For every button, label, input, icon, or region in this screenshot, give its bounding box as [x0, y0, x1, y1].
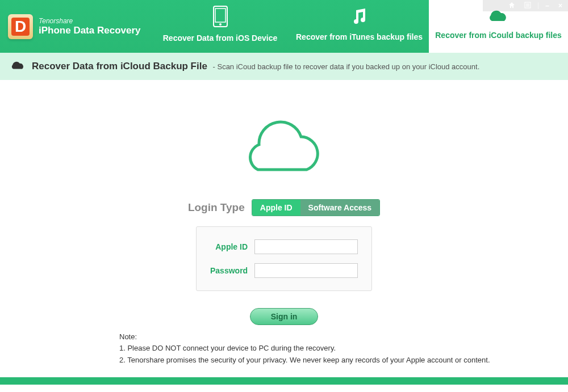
note-line2: 2. Tenorshare promises the security of y…	[119, 355, 490, 366]
subheader: Recover Data from iCloud Backup File - S…	[0, 53, 568, 80]
music-note-icon	[350, 7, 369, 28]
company-name: Tenorshare	[39, 17, 141, 25]
password-label: Password	[210, 266, 254, 275]
note-block: Note: 1. Please DO NOT connect your devi…	[119, 331, 490, 366]
main-content: Login Type Apple ID Software Access Appl…	[0, 80, 568, 385]
note-title: Note:	[119, 331, 490, 343]
note-line1: 1. Please DO NOT connect your device to …	[119, 343, 490, 355]
bottom-bar	[0, 377, 568, 385]
app-logo: D	[8, 14, 33, 39]
phone-icon	[213, 6, 228, 29]
subheader-title: Recover Data from iCloud Backup File	[32, 61, 207, 72]
list-icon[interactable]	[522, 2, 533, 10]
svg-rect-1	[215, 9, 225, 22]
tab-recover-itunes[interactable]: Recover from iTunes backup files	[290, 0, 429, 53]
login-type-label: Login Type	[188, 201, 245, 214]
brand-block: D Tenorshare iPhone Data Recovery	[0, 0, 151, 53]
window-controls: – ×	[483, 0, 568, 11]
login-form: Apple ID Password	[196, 226, 372, 291]
toggle-apple-id[interactable]: Apple ID	[252, 200, 300, 216]
apple-id-label: Apple ID	[210, 242, 254, 251]
product-name: iPhone Data Recovery	[39, 25, 141, 36]
minimize-button[interactable]: –	[543, 2, 552, 10]
signin-button[interactable]: Sign in	[250, 308, 318, 325]
subheader-desc: Scan iCoud backup file to recover data i…	[217, 62, 479, 71]
cloud-illustration	[239, 113, 329, 183]
password-input[interactable]	[254, 263, 358, 278]
svg-point-2	[219, 23, 222, 26]
close-button[interactable]: ×	[556, 2, 565, 10]
login-type-row: Login Type Apple ID Software Access	[188, 199, 380, 216]
home-icon[interactable]	[506, 2, 517, 10]
toggle-software-access[interactable]: Software Access	[300, 200, 380, 216]
app-header: D Tenorshare iPhone Data Recovery Recove…	[0, 0, 568, 53]
apple-id-input[interactable]	[254, 239, 358, 254]
cloud-icon-small	[10, 60, 26, 73]
tab-recover-ios-device[interactable]: Recover Data from iOS Device	[151, 0, 290, 53]
login-type-toggle: Apple ID Software Access	[252, 199, 380, 216]
